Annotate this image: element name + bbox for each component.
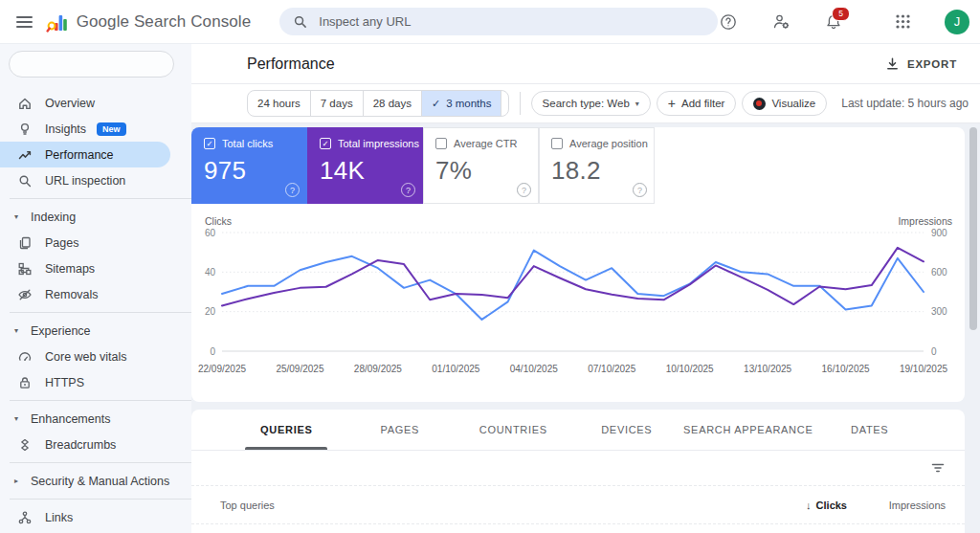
add-filter-button[interactable]: + Add filter [657,91,737,116]
sidebar-group-experience[interactable]: ▾ Experience [0,318,191,344]
layers-icon [17,437,33,453]
tab-search-appearance[interactable]: SEARCH APPEARANCE [683,410,813,450]
svg-text:60: 60 [205,228,216,238]
svg-text:28/09/2025: 28/09/2025 [354,364,402,374]
menu-icon[interactable] [16,16,33,28]
avatar[interactable]: J [945,10,969,34]
visualize-button[interactable]: Visualize [742,91,827,116]
filter-list-icon[interactable] [930,460,946,476]
table-header-row: Top queries ↓ Clicks Impressions [191,486,965,524]
sidebar-item-label: Sitemaps [45,262,95,276]
tab-devices[interactable]: DEVICES [570,410,684,450]
search-console-logo-icon [46,11,69,33]
filter-toolbar: 24 hours 7 days 28 days ✓ 3 months More … [191,84,980,123]
gauge-icon [17,349,33,365]
url-inspection-searchbar[interactable] [279,8,718,35]
svg-text:40: 40 [205,267,216,278]
vertical-scrollbar[interactable] [969,127,977,330]
export-button[interactable]: EXPORT [885,56,957,71]
sidebar-item-breadcrumbs[interactable]: Breadcrumbs [0,432,191,457]
help-icon[interactable]: ? [401,183,415,197]
main-content: Performance EXPORT 24 hours 7 days 28 da… [191,44,980,533]
metric-card-2[interactable]: Average CTR 7% ? [423,127,539,204]
metric-card-3[interactable]: Average position 18.2 ? [539,127,655,204]
sidebar-group-security-manual-actions[interactable]: ▸ Security & Manual Actions [0,468,191,494]
new-badge: New [97,122,126,136]
user-settings-icon[interactable] [770,11,791,33]
tab-pages[interactable]: PAGES [344,410,457,450]
metric-label: Average CTR [454,138,517,149]
metric-label: Average position [569,138,648,149]
sidebar-item-sitemaps[interactable]: Sitemaps [0,255,191,281]
chevron-right-icon: ▸ [14,477,22,485]
search-input[interactable] [317,13,704,30]
checkbox-unchecked-icon[interactable] [551,138,563,149]
notifications-bell-icon[interactable]: 5 [823,11,844,33]
svg-text:0: 0 [210,346,215,357]
date-range-segmented-control: 24 hours 7 days 28 days ✓ 3 months More … [247,90,509,117]
app-logo[interactable]: Google Search Console [46,11,252,33]
trending-up-icon [17,147,33,163]
sidebar-item-url-inspection[interactable]: URL inspection [0,167,191,193]
column-header-top-queries: Top queries [220,500,275,511]
sidebar-item-removals[interactable]: Removals [0,281,191,307]
tab-queries[interactable]: QUERIES [230,410,344,450]
checkbox-checked-icon[interactable]: ✓ [204,138,215,149]
sidebar-item-overview[interactable]: Overview [0,90,191,116]
range-7-days[interactable]: 7 days [310,91,363,116]
metric-card-0[interactable]: ✓ Total clicks 975 ? [191,127,307,204]
svg-text:25/09/2025: 25/09/2025 [276,364,323,374]
checkbox-checked-icon[interactable]: ✓ [320,138,331,149]
divider [10,198,191,199]
svg-text:300: 300 [931,306,947,317]
plus-icon: + [668,97,676,110]
metric-value: 7% [435,156,539,186]
range-24-hours[interactable]: 24 hours [248,91,310,116]
visualize-icon [753,98,766,110]
help-icon[interactable]: ? [517,183,531,197]
property-selector[interactable] [9,51,174,78]
apps-grid-icon[interactable] [892,11,913,33]
help-icon[interactable]: ? [285,183,300,197]
help-icon[interactable] [718,11,739,33]
sidebar-item-insights[interactable]: Insights New [0,116,191,142]
svg-text:10/10/2025: 10/10/2025 [666,364,714,374]
column-header-impressions[interactable]: Impressions [889,500,946,511]
sidebar-item-https[interactable]: HTTPS [0,369,191,395]
sidebar-item-label: HTTPS [45,376,84,389]
sidebar-group-indexing[interactable]: ▾ Indexing [0,204,191,230]
download-icon [885,56,900,71]
help-icon[interactable]: ? [633,183,647,197]
search-type-filter[interactable]: Search type: Web ▾ [531,91,651,116]
divider [10,499,191,500]
svg-text:22/09/2025: 22/09/2025 [198,364,246,374]
checkbox-unchecked-icon[interactable] [435,138,447,149]
last-update-text: Last update: 5 hours ago [841,97,969,110]
chevron-down-icon: ▾ [14,212,22,221]
sort-arrow-icon: ↓ [806,500,812,511]
sidebar-item-performance[interactable]: Performance [0,142,170,167]
sidebar-item-label: Pages [45,236,78,250]
range-3-months[interactable]: ✓ 3 months [421,91,501,116]
sidebar-item-pages[interactable]: Pages [0,230,191,255]
svg-text:19/10/2025: 19/10/2025 [900,364,947,374]
svg-text:13/10/2025: 13/10/2025 [744,364,791,374]
range-more-dropdown[interactable]: More ▾ [501,91,508,116]
sidebar-item-links[interactable]: Links [0,504,191,530]
column-header-clicks[interactable]: ↓ Clicks [806,500,847,511]
performance-line-chart[interactable]: 0020300406006090022/09/202525/09/202528/… [191,223,965,384]
performance-chart-card: ✓ Total clicks 975 ? ✓ Total impressions… [191,127,965,402]
sidebar-group-enhancements[interactable]: ▾ Enhancements [0,406,191,432]
metric-label: Total impressions [338,138,419,149]
tab-countries[interactable]: COUNTRIES [457,410,570,450]
chevron-down-icon: ▾ [635,100,639,108]
sidebar-item-label: Overview [45,97,95,110]
sidebar-item-core-web-vitals[interactable]: Core web vitals [0,344,191,369]
sidebar-item-label: Performance [45,148,114,162]
metric-card-1[interactable]: ✓ Total impressions 14K ? [307,127,423,204]
tab-dates[interactable]: DATES [813,410,926,450]
metric-value: 18.2 [551,156,655,186]
range-28-days[interactable]: 28 days [363,91,421,116]
magnifier-icon [17,173,33,189]
notification-badge: 5 [832,7,850,21]
